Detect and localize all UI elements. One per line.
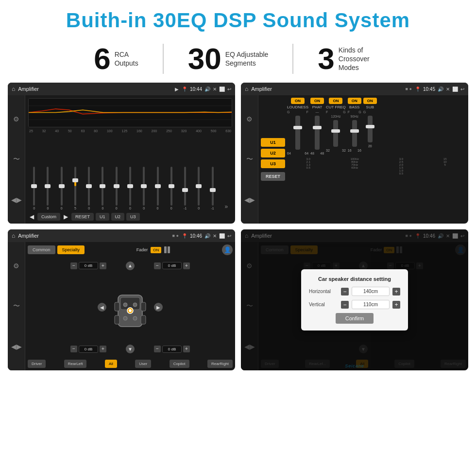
next-button[interactable]: ▶ <box>62 213 69 220</box>
tl-minus-button[interactable]: − <box>70 262 77 269</box>
eq-icon-3[interactable]: ⚙ <box>11 261 22 271</box>
copilot-button[interactable]: Copilot <box>170 360 189 368</box>
eq-icon-2[interactable]: ⚙ <box>244 114 255 124</box>
reset-amp-button[interactable]: RESET <box>261 172 285 181</box>
fader-on-button[interactable]: ON <box>151 247 161 253</box>
driver-button[interactable]: Driver <box>28 360 46 368</box>
eq-slider-8[interactable]: 0 <box>138 167 150 210</box>
screen3-tab-row: Common Specialty Fader ON 👤 <box>28 244 233 255</box>
eq-slider-0[interactable]: 0 <box>28 167 40 210</box>
topbar-icons-1: 📍 10:44 🔊 ✕ ⬜ ↩ <box>182 87 231 92</box>
bottom-right-speaker: − 0 dB + <box>154 346 233 353</box>
profile-icon[interactable]: 👤 <box>222 244 233 255</box>
eq-slider-5[interactable]: 0 <box>97 167 108 210</box>
phat-slider[interactable] <box>315 116 320 150</box>
fader-row: Fader ON <box>136 246 170 253</box>
eq-slider-10[interactable]: 0 <box>166 167 177 210</box>
all-button[interactable]: All <box>105 360 117 368</box>
tl-plus-button[interactable]: + <box>100 262 106 269</box>
eq-slider-9[interactable]: 0 <box>152 167 163 210</box>
close-icon-3: ✕ <box>213 233 217 239</box>
fader-bar-2 <box>168 246 170 253</box>
specialty-tab[interactable]: Specialty <box>57 245 85 254</box>
rearright-button[interactable]: RearRight <box>207 360 233 368</box>
eq-slider-12[interactable]: 0 <box>193 167 204 210</box>
eq-slider-3[interactable]: 5 <box>69 167 81 210</box>
common-tab[interactable]: Common <box>28 245 55 254</box>
wave-icon-2[interactable]: 〜 <box>244 154 255 165</box>
confirm-button[interactable]: Confirm <box>336 313 374 324</box>
topbar-icons-2: 📍 10:45 🔊 ✕ ⬜ ↩ <box>415 87 464 92</box>
cutfreq-on-button[interactable]: ON <box>329 98 342 104</box>
screens-grid: ⌂ Amplifier ▶ 📍 10:44 🔊 ✕ ⬜ ↩ ⚙ 〜 ◀▶ <box>0 83 476 375</box>
loudness-on-button[interactable]: ON <box>291 98 305 104</box>
eq-slider-4[interactable]: 0 <box>83 167 95 210</box>
br-plus-button[interactable]: + <box>183 346 190 352</box>
br-minus-button[interactable]: − <box>154 346 161 352</box>
horizontal-plus-button[interactable]: + <box>392 288 400 296</box>
u3-amp-button[interactable]: U3 <box>261 159 285 168</box>
loudness-slider[interactable] <box>295 116 300 150</box>
topbar-2: ⌂ Amplifier ■ ● 📍 10:45 🔊 ✕ ⬜ ↩ <box>241 83 468 95</box>
cutfreq-slider[interactable] <box>333 120 338 147</box>
home-icon-3[interactable]: ⌂ <box>12 232 15 239</box>
bl-minus-button[interactable]: − <box>70 346 77 352</box>
left-arrow-button[interactable]: ◀ <box>98 303 106 312</box>
bass-slider[interactable] <box>352 120 357 147</box>
amp-controls-grid: ON LOUDNESS GF 6464 ON PHAT — <box>287 98 466 221</box>
speaker-icon-side-2[interactable]: ◀▶ <box>244 194 255 205</box>
svg-rect-6 <box>115 302 119 311</box>
prev-button[interactable]: ◀ <box>28 213 35 220</box>
reset-button[interactable]: RESET <box>71 213 94 221</box>
speaker-layout: − 0 dB + ▲ − 0 dB + <box>28 257 233 358</box>
bass-on-button[interactable]: ON <box>348 98 361 104</box>
tr-minus-button[interactable]: − <box>154 262 161 269</box>
topbar-icons-3: 📍 10:46 🔊 ✕ ⬜ ↩ <box>182 233 231 239</box>
down-arrow-button[interactable]: ▼ <box>126 345 135 353</box>
speaker-icon-side[interactable]: ◀▶ <box>11 194 22 205</box>
user-button[interactable]: User <box>135 360 151 368</box>
u1-amp-button[interactable]: U1 <box>261 138 285 147</box>
pin-icon: 📍 <box>182 87 187 92</box>
custom-preset-button[interactable]: Custom <box>37 213 60 221</box>
eq-slider-1[interactable]: 0 <box>42 167 53 210</box>
sub-slider[interactable] <box>368 116 373 142</box>
home-icon-2[interactable]: ⌂ <box>245 86 248 92</box>
home-icon[interactable]: ⌂ <box>12 86 15 92</box>
wave-icon-3[interactable]: 〜 <box>11 301 22 312</box>
vertical-plus-button[interactable]: + <box>392 301 400 309</box>
u2-button[interactable]: U2 <box>111 213 125 221</box>
svg-rect-9 <box>141 315 146 324</box>
phat-on-button[interactable]: ON <box>310 98 324 104</box>
expand-btn[interactable]: » <box>221 203 232 210</box>
vertical-row: Vertical − 110cm + <box>309 300 400 309</box>
eq-sliders: 0 0 0 5 <box>28 136 232 210</box>
eq-slider-11[interactable]: -1 <box>179 167 191 210</box>
screen-common: ⌂ Amplifier ■ ● 📍 10:46 🔊 ✕ ⬜ ↩ ⚙ 〜 ◀▶ C… <box>8 229 235 370</box>
vertical-minus-button[interactable]: − <box>341 301 349 309</box>
dialog-overlay: Car speaker distance setting Horizontal … <box>241 229 468 370</box>
wave-icon[interactable]: 〜 <box>11 154 22 165</box>
bl-plus-button[interactable]: + <box>100 346 106 352</box>
eq-slider-6[interactable]: 0 <box>111 167 122 210</box>
speaker-icon-side-3[interactable]: ◀▶ <box>11 341 22 352</box>
back-icon-3: ↩ <box>227 233 231 239</box>
topbar-3: ⌂ Amplifier ■ ● 📍 10:46 🔊 ✕ ⬜ ↩ <box>8 229 235 242</box>
sub-on-button[interactable]: ON <box>363 98 377 104</box>
eq-icon[interactable]: ⚙ <box>11 114 22 124</box>
speaker-icon-2: 🔊 <box>438 87 443 92</box>
eq-slider-13[interactable]: -1 <box>206 167 218 210</box>
u2-amp-button[interactable]: U2 <box>261 149 285 157</box>
u3-button[interactable]: U3 <box>126 213 140 221</box>
eq-slider-2[interactable]: 0 <box>56 167 68 210</box>
fader-bar-1 <box>164 246 167 253</box>
tr-plus-button[interactable]: + <box>183 262 190 269</box>
stat-crossover-num: 3 <box>318 44 334 74</box>
fader-label: Fader <box>136 247 148 252</box>
eq-slider-7[interactable]: 0 <box>124 167 136 210</box>
u1-button[interactable]: U1 <box>96 213 109 221</box>
up-arrow-button[interactable]: ▲ <box>126 261 135 270</box>
right-arrow-button[interactable]: ▶ <box>154 303 163 312</box>
rearleft-button[interactable]: RearLeft <box>64 360 87 368</box>
horizontal-minus-button[interactable]: − <box>341 288 349 296</box>
